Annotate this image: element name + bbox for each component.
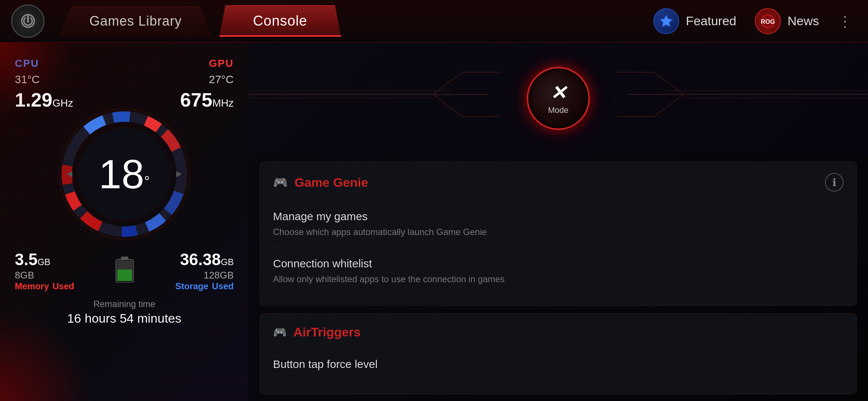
storage-used-unit: GB — [221, 257, 234, 267]
memory-total: 8GB — [15, 270, 74, 281]
cpu-temp: 31°C — [15, 73, 40, 86]
battery-section: Remaining time 16 hours 54 minutes — [15, 299, 234, 326]
connection-whitelist-title: Connection whitelist — [273, 257, 844, 270]
svg-line-38 — [654, 94, 684, 117]
airtriggers-header: 🎮 AirTriggers — [273, 325, 844, 339]
airtriggers-icon: 🎮 — [273, 326, 287, 339]
svg-text:ROG: ROG — [761, 18, 775, 25]
cpu-gpu-labels: CPU GPU — [15, 58, 234, 69]
games-library-tab[interactable]: Games Library — [59, 6, 212, 36]
featured-section[interactable]: Featured — [653, 8, 736, 34]
game-genie-title-row: 🎮 Game Genie — [273, 175, 368, 190]
gpu-temp: 27°C — [209, 73, 234, 86]
airtriggers-title-row: 🎮 AirTriggers — [273, 325, 361, 339]
memory-storage-row: 3.5GB 8GB Memory Used — [15, 250, 234, 291]
featured-star-icon — [653, 8, 679, 34]
game-genie-header: 🎮 Game Genie ℹ — [273, 173, 844, 192]
manage-games-item[interactable]: Manage my games Choose which apps automa… — [273, 201, 844, 248]
gauge-svg — [54, 104, 195, 245]
svg-line-31 — [433, 94, 463, 117]
game-genie-card: 🎮 Game Genie ℹ Manage my games Choose wh… — [260, 162, 857, 306]
svg-point-17 — [78, 128, 171, 221]
x-mode-section: ✕ Mode — [249, 43, 868, 154]
memory-section: 3.5GB 8GB Memory Used — [15, 250, 74, 291]
console-tab[interactable]: Console — [219, 5, 341, 37]
temp-row: 31°C 27°C — [15, 71, 234, 86]
game-genie-title: Game Genie — [295, 175, 368, 190]
news-label: News — [788, 14, 819, 28]
storage-section: 36.38GB 128GB Storage Used — [175, 250, 234, 291]
memory-label: Memory — [15, 281, 49, 291]
x-mode-button[interactable]: ✕ Mode — [527, 67, 590, 130]
info-icon: ℹ — [832, 176, 836, 189]
storage-total: 128GB — [175, 270, 234, 281]
svg-line-37 — [654, 72, 684, 95]
power-button[interactable] — [11, 4, 45, 38]
cpu-label: CPU — [15, 58, 39, 69]
header: Games Library Console Featured ROG News … — [0, 0, 868, 43]
storage-label: Storage — [175, 281, 208, 291]
games-library-label: Games Library — [89, 13, 182, 29]
airtriggers-card: 🎮 AirTriggers Button tap force level — [260, 313, 857, 394]
console-label: Console — [253, 13, 307, 29]
connection-whitelist-desc: Allow only whitelisted apps to use the c… — [273, 273, 844, 286]
temperature-gauge: 18° — [54, 104, 195, 245]
button-tap-item[interactable]: Button tap force level — [273, 349, 844, 383]
rog-icon: ROG — [755, 8, 781, 34]
airtriggers-title: AirTriggers — [293, 325, 361, 339]
game-genie-info-button[interactable]: ℹ — [825, 173, 844, 192]
memory-used-num: 3.5 — [15, 250, 37, 268]
main-content: CPU GPU 31°C 27°C 1.29GHz 675MHz — [0, 43, 868, 401]
right-panel: ✕ Mode 🎮 Game Genie ℹ Manage my games Ch… — [249, 43, 868, 401]
gpu-freq-unit: MHz — [212, 97, 234, 109]
memory-used-unit: GB — [37, 257, 50, 267]
connection-whitelist-item[interactable]: Connection whitelist Allow only whitelis… — [273, 248, 844, 295]
memory-sub: Used — [52, 281, 74, 291]
news-section[interactable]: ROG News — [755, 8, 819, 34]
manage-games-desc: Choose which apps automatically launch G… — [273, 226, 844, 238]
more-button[interactable]: ⋮ — [838, 13, 853, 30]
manage-games-title: Manage my games — [273, 210, 844, 223]
svg-line-30 — [433, 72, 463, 95]
remaining-time: 16 hours 54 minutes — [15, 311, 234, 326]
cpu-freq-num: 1.29 — [15, 89, 52, 111]
storage-sub: Used — [212, 281, 234, 291]
left-panel: CPU GPU 31°C 27°C 1.29GHz 675MHz — [0, 43, 249, 401]
x-logo: ✕ — [550, 82, 566, 104]
battery-icon — [115, 257, 134, 283]
game-genie-icon: 🎮 — [273, 175, 288, 189]
svg-marker-2 — [660, 15, 672, 27]
gpu-label: GPU — [209, 58, 234, 69]
storage-used-num: 36.38 — [180, 250, 221, 268]
remaining-label: Remaining time — [15, 299, 234, 309]
button-tap-title: Button tap force level — [273, 358, 844, 371]
svg-rect-24 — [117, 270, 132, 281]
featured-label: Featured — [686, 14, 736, 28]
x-mode-label: Mode — [548, 105, 568, 115]
